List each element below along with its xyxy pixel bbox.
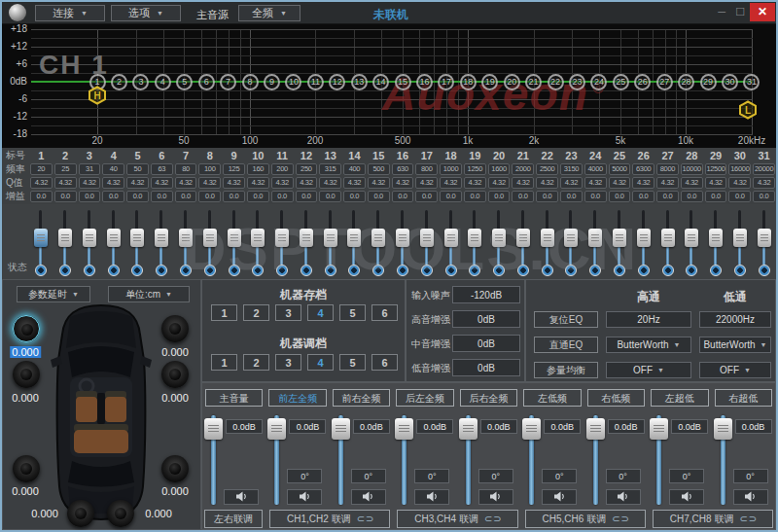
strip-slider-handle[interactable] — [204, 418, 223, 440]
freq-cell[interactable]: 400 — [343, 163, 366, 175]
strip-gain-value[interactable]: 0.0dB — [289, 419, 326, 434]
freq-cell[interactable]: 4000 — [584, 163, 607, 175]
gain-cell[interactable]: 0.0 — [632, 191, 654, 202]
link-button[interactable]: CH3,CH4 联调⊂ ⊃ — [397, 510, 517, 528]
q-cell[interactable]: 4.32 — [536, 177, 558, 189]
q-cell[interactable]: 4.32 — [560, 177, 583, 189]
strip-gain-value[interactable]: 0.0dB — [416, 419, 453, 434]
strip-mute-button[interactable] — [287, 489, 322, 505]
link-button[interactable]: 左右联调 — [204, 510, 263, 528]
eq-band-node[interactable]: 29 — [700, 74, 717, 90]
band-toggle[interactable] — [372, 265, 384, 276]
strip-mute-button[interactable] — [224, 489, 259, 505]
boost-value[interactable]: 0dB — [452, 310, 520, 328]
band-toggle[interactable] — [421, 265, 433, 276]
eq-band-node[interactable]: 6 — [198, 74, 215, 90]
delay-value[interactable]: 0.000 — [29, 508, 60, 519]
strip-phase-button[interactable]: 0° — [542, 469, 577, 483]
freq-cell[interactable]: 25 — [54, 163, 77, 175]
eq-band-node[interactable]: 25 — [613, 74, 629, 90]
boost-value[interactable]: -120dB — [452, 286, 520, 303]
eq-band-node[interactable]: 22 — [548, 74, 564, 90]
gain-cell[interactable]: 0.0 — [151, 191, 173, 202]
eq-band-node[interactable]: 14 — [372, 74, 389, 90]
low-marker-icon[interactable]: L — [738, 100, 758, 120]
band-toggle[interactable] — [662, 265, 674, 276]
freq-cell[interactable]: 100 — [198, 163, 221, 175]
band-toggle[interactable] — [734, 265, 746, 276]
strip-select-button[interactable]: 主音量 — [205, 389, 263, 407]
eq-band-slider[interactable] — [300, 229, 313, 247]
preset-slot-button[interactable]: 2 — [243, 354, 269, 371]
eq-band-slider[interactable] — [347, 229, 361, 247]
eq-band-slider[interactable] — [58, 229, 72, 247]
link-button[interactable]: CH5,CH6 联调⊂ ⊃ — [525, 510, 646, 528]
options-menu[interactable]: 选项 ▼ — [111, 5, 181, 21]
band-toggle[interactable] — [131, 265, 143, 276]
preset-slot-button[interactable]: 3 — [275, 354, 301, 371]
strip-mute-button[interactable] — [606, 489, 641, 505]
gain-cell[interactable]: 0.0 — [681, 191, 703, 202]
eq-band-node[interactable]: 2 — [111, 74, 127, 90]
bypass-eq-button[interactable]: 直通EQ — [534, 337, 598, 353]
band-toggle[interactable] — [589, 265, 601, 276]
freq-cell[interactable]: 3150 — [560, 163, 583, 175]
eq-band-slider[interactable] — [34, 229, 48, 247]
eq-band-node[interactable]: 11 — [307, 74, 324, 90]
eq-band-node[interactable]: 9 — [264, 74, 280, 90]
band-toggle[interactable] — [759, 265, 770, 276]
band-toggle[interactable] — [469, 265, 480, 276]
strip-gain-value[interactable]: 0.0dB — [544, 419, 581, 434]
freq-cell[interactable]: 2500 — [536, 163, 558, 175]
gain-cell[interactable]: 0.0 — [536, 191, 558, 202]
delay-mode-select[interactable]: 参数延时 ▼ — [17, 286, 90, 302]
freq-cell[interactable]: 31 — [79, 163, 101, 175]
eq-band-node[interactable]: 31 — [743, 74, 760, 90]
delay-knob[interactable] — [13, 315, 40, 342]
eq-band-node[interactable]: 23 — [569, 74, 585, 90]
freq-cell[interactable]: 20000 — [753, 163, 775, 175]
delay-knob[interactable] — [13, 455, 40, 482]
delay-value[interactable]: 0.000 — [143, 508, 174, 519]
q-cell[interactable]: 4.32 — [656, 177, 679, 189]
preset-slot-button[interactable]: 1 — [211, 354, 237, 371]
q-cell[interactable]: 4.32 — [296, 177, 318, 189]
q-cell[interactable]: 4.32 — [271, 177, 294, 189]
band-toggle[interactable] — [517, 265, 529, 276]
q-cell[interactable]: 4.32 — [126, 177, 149, 189]
eq-band-node[interactable]: 24 — [590, 74, 607, 90]
eq-band-slider[interactable] — [107, 229, 121, 247]
gain-cell[interactable]: 0.0 — [54, 191, 77, 202]
reset-eq-button[interactable]: 复位EQ — [534, 311, 598, 328]
gain-cell[interactable]: 0.0 — [440, 191, 462, 202]
freq-cell[interactable]: 10000 — [681, 163, 703, 175]
delay-knob[interactable] — [13, 361, 40, 388]
preset-slot-button[interactable]: 4 — [307, 354, 334, 371]
band-toggle[interactable] — [638, 265, 650, 276]
delay-value[interactable]: 0.000 — [159, 392, 191, 404]
delay-value[interactable]: 0.000 — [159, 346, 191, 358]
band-toggle[interactable] — [276, 265, 288, 276]
band-toggle[interactable] — [493, 265, 505, 276]
source-select[interactable]: 全频 ▼ — [238, 5, 301, 21]
freq-cell[interactable]: 125 — [223, 163, 245, 175]
eq-band-node[interactable]: 30 — [722, 74, 738, 90]
gain-cell[interactable]: 0.0 — [271, 191, 294, 202]
strip-select-button[interactable]: 前左全频 — [268, 389, 326, 407]
q-cell[interactable]: 4.32 — [464, 177, 486, 189]
gain-cell[interactable]: 0.0 — [198, 191, 221, 202]
eq-band-node[interactable]: 19 — [481, 74, 498, 90]
delay-unit-select[interactable]: 单位:cm ▼ — [108, 286, 190, 302]
freq-cell[interactable]: 20 — [30, 163, 53, 175]
delay-value[interactable]: 0.000 — [10, 392, 41, 404]
connect-menu[interactable]: 连接 ▼ — [35, 5, 105, 21]
highpass-freq-field[interactable]: 20Hz — [606, 311, 691, 328]
band-toggle[interactable] — [301, 265, 312, 276]
preset-slot-button[interactable]: 6 — [371, 354, 398, 371]
q-cell[interactable]: 4.32 — [415, 177, 438, 189]
eq-band-slider[interactable] — [324, 229, 337, 247]
strip-select-button[interactable]: 右超低 — [715, 389, 772, 407]
q-cell[interactable]: 4.32 — [705, 177, 727, 189]
strip-select-button[interactable]: 后左全频 — [396, 389, 453, 407]
lowpass-state-select[interactable]: OFF ▼ — [699, 362, 771, 378]
